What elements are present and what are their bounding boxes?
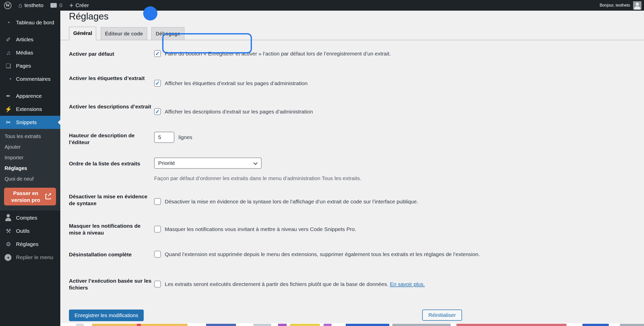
checkbox-text: Masquer les notifications vous invitant …: [165, 226, 356, 233]
site-name-menu[interactable]: ⌂ testheto: [15, 0, 47, 11]
checkbox-text: Afficher les étiquettes d’extrait sur le…: [165, 80, 307, 87]
wrench-icon: ⚒: [5, 228, 12, 235]
site-name-label: testheto: [25, 2, 44, 8]
setting-description: Façon par défaut d’ordonner les extraits…: [154, 175, 627, 182]
content-sliver-segment: [392, 324, 451, 326]
page-title: Réglages: [69, 11, 108, 22]
go-pro-button[interactable]: Passer en version pro: [4, 188, 56, 205]
sidebar-item-label: Tableau de bord: [16, 20, 54, 26]
checkbox-text: Désactiver la mise en évidence de la syn…: [165, 198, 418, 205]
checkbox-line: Les extraits seront exécutés directement…: [154, 281, 534, 288]
tab-code-editor[interactable]: Éditeur de code: [101, 27, 147, 40]
submenu-all-snippets[interactable]: Tous les extraits: [0, 131, 60, 142]
appearance-icon: ✒: [5, 93, 12, 100]
sidebar-item-articles[interactable]: ✐ Articles: [0, 33, 60, 46]
content-sliver-segment: [582, 324, 609, 326]
setting-label: Ordre de la liste des extraits: [69, 158, 154, 182]
submenu-add-new[interactable]: Ajouter: [0, 142, 60, 152]
checkbox[interactable]: ✓: [154, 108, 161, 115]
content-sliver-segment: [346, 324, 389, 326]
content-sliver-segment: [290, 324, 320, 326]
learn-more-link[interactable]: En savoir plus.: [390, 281, 425, 287]
checkbox-text: Afficher les descriptions d’extrait sur …: [165, 108, 313, 115]
save-changes-button[interactable]: Enregistrer les modifications: [69, 310, 144, 321]
sidebar-item-snippets[interactable]: ✂ Snippets: [0, 116, 60, 129]
content-sliver-segment: [92, 324, 137, 326]
sidebar-item-label: Réglages: [16, 241, 39, 247]
sidebar-item-pages[interactable]: ❏ Pages: [0, 59, 60, 72]
settings-row: Désactiver la mise en évidence de syntax…: [69, 193, 627, 207]
pages-icon: ❏: [5, 63, 12, 69]
plus-icon: +: [69, 3, 73, 8]
checkbox-line: Désactiver la mise en évidence de la syn…: [154, 198, 534, 205]
submenu-whats-new[interactable]: Quoi de neuf: [0, 174, 60, 184]
checkbox-text: Faire du bouton « Enregistrer et activer…: [165, 50, 391, 57]
content-sliver-segment: [137, 324, 141, 326]
sidebar-item-users[interactable]: Comptes: [0, 211, 60, 224]
go-pro-label: Passer en version pro: [9, 190, 42, 203]
checkbox[interactable]: [154, 251, 161, 258]
setting-label: Activer l’exécution basée sur les fichie…: [69, 277, 154, 291]
sidebar-item-settings[interactable]: ⚙ Réglages: [0, 238, 60, 251]
sidebar-item-comments[interactable]: Commentaires: [0, 72, 60, 86]
tab-general[interactable]: Général: [69, 27, 96, 40]
content-sliver-segment: [456, 324, 566, 326]
sidebar-item-tools[interactable]: ⚒ Outils: [0, 224, 60, 238]
submenu-import[interactable]: Importer: [0, 152, 60, 163]
snippets-submenu: Tous les extraits Ajouter Importer Régla…: [0, 129, 60, 210]
checkbox[interactable]: [154, 198, 161, 205]
sidebar-item-label: Extensions: [16, 106, 42, 112]
main-content: Réglages Général Éditeur de code Débogag…: [60, 11, 644, 326]
description-height-input[interactable]: [154, 132, 174, 143]
pushpin-icon: ✐: [5, 36, 12, 43]
setting-label: Activer les descriptions d’extrait: [69, 103, 154, 115]
sidebar-item-appearance[interactable]: ✒ Apparence: [0, 89, 60, 103]
sidebar-item-media[interactable]: ♫ Médias: [0, 46, 60, 59]
sidebar-item-label: Comptes: [16, 215, 37, 221]
setting-label: Activer les étiquettes d’extrait: [69, 74, 154, 87]
plugin-icon: ⚡: [5, 106, 12, 113]
collapse-label: Replier le menu: [16, 254, 53, 260]
checkbox[interactable]: [154, 226, 161, 233]
comments-count: 0: [59, 2, 62, 8]
checkbox[interactable]: ✓: [154, 80, 161, 87]
settings-row: Hauteur de description de l’éditeur lign…: [69, 132, 627, 146]
settings-row: Activer l’exécution basée sur les fichie…: [69, 277, 627, 291]
reset-button[interactable]: Réinitialiser: [422, 310, 462, 321]
comments-menu[interactable]: 0: [47, 0, 66, 11]
sidebar-item-label: Articles: [16, 36, 33, 43]
sidebar-item-label: Snippets: [16, 119, 37, 125]
settings-row: Désinstallation complète Quand l’extensi…: [69, 251, 627, 258]
checkbox-line: ✓ Afficher les étiquettes d’extrait sur …: [154, 80, 534, 87]
setting-label: Désactiver la mise en évidence de syntax…: [69, 193, 154, 207]
submenu-settings[interactable]: Réglages: [0, 163, 60, 174]
sidebar: ◔ Tableau de bord ✐ Articles ♫ Médias ❏ …: [0, 11, 60, 326]
chevron-down-icon: [253, 161, 258, 165]
checkbox-line: Quand l’extension est supprimée depuis l…: [154, 251, 534, 258]
wordpress-menu[interactable]: W: [0, 0, 15, 11]
settings-tabbar: Général Éditeur de code Débogage: [60, 27, 644, 40]
greeting-label: Bonjour, testheto: [600, 3, 630, 8]
new-content-menu[interactable]: + Créer: [66, 0, 93, 11]
checkbox-text: Les extraits seront exécutés directement…: [165, 281, 425, 288]
settings-row: Ordre de la liste des extraits Priorité …: [69, 158, 627, 182]
sidebar-item-extensions[interactable]: ⚡ Extensions: [0, 103, 60, 116]
account-menu[interactable]: Bonjour, testheto: [600, 0, 641, 11]
sidebar-item-label: Pages: [16, 63, 31, 69]
tab-debug[interactable]: Débogage: [151, 27, 185, 40]
home-icon: ⌂: [19, 2, 22, 9]
active-item-notch: [55, 120, 60, 125]
content-sliver-segment: [620, 324, 644, 326]
sidebar-item-dashboard[interactable]: ◔ Tableau de bord: [0, 16, 60, 29]
collapse-menu-item[interactable]: ◄ Replier le menu: [0, 251, 60, 264]
settings-row: Activer par défaut ✓ Faire du bouton « E…: [69, 50, 627, 57]
checkbox[interactable]: [154, 281, 161, 287]
external-link-icon: [45, 194, 51, 199]
annotation-highlight-circle: [143, 6, 157, 21]
comments-bubble-icon: [50, 3, 57, 8]
content-sliver-segment: [206, 324, 236, 326]
snippet-order-select[interactable]: Priorité: [154, 158, 262, 169]
checkbox[interactable]: ✓: [154, 50, 161, 57]
setting-label: Masquer les notifications de mise à nive…: [69, 222, 154, 236]
checkbox-line: ✓ Faire du bouton « Enregistrer et activ…: [154, 50, 534, 57]
